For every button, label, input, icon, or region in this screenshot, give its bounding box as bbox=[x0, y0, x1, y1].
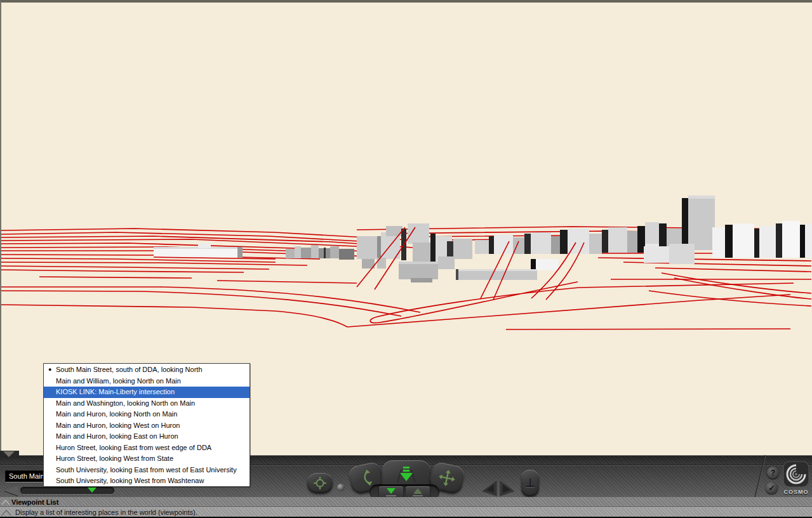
status-tooltip-text: Display a list of interesting places in … bbox=[15, 508, 197, 516]
check-icon: ✓ bbox=[768, 484, 775, 493]
viewpoint-item[interactable]: Main and William, looking North on Main bbox=[44, 376, 250, 387]
redo-move-button[interactable] bbox=[500, 480, 515, 496]
cosmo-brand-text: COSMO bbox=[781, 489, 811, 495]
viewpoint-item-highlighted[interactable]: KIOSK LINK: Main-Liberty intersection bbox=[44, 387, 250, 398]
viewpoint-item[interactable]: Huron Street, looking East from west edg… bbox=[44, 442, 250, 454]
viewpoint-item[interactable]: Main and Huron, looking East on Huron bbox=[44, 431, 250, 442]
straighten-button[interactable]: ⊥ bbox=[521, 470, 539, 496]
cosmo-logo[interactable]: COSMO bbox=[781, 461, 811, 496]
dolly-arrow-icon bbox=[396, 466, 417, 485]
viewpoint-prev-arrow[interactable] bbox=[4, 486, 18, 496]
viewpoint-item[interactable]: Main and Washington, looking North on Ma… bbox=[44, 398, 250, 409]
collapse-triangle-icon bbox=[3, 451, 15, 457]
viewpoint-item[interactable]: South University, looking East from west… bbox=[44, 465, 250, 476]
help-icon: ? bbox=[771, 468, 775, 477]
up-triangle-icon bbox=[413, 488, 422, 494]
crosshair-icon bbox=[313, 476, 327, 490]
up-bar-icon bbox=[413, 495, 423, 496]
help-button[interactable]: ? bbox=[767, 467, 779, 479]
cosmo-player-window: South Main S bbox=[0, 0, 812, 518]
hover-label-row: Viewpoint List bbox=[0, 497, 812, 507]
undo-move-button[interactable] bbox=[482, 480, 497, 496]
current-viewpoint-bullet-icon: ● bbox=[48, 364, 51, 376]
pan-arrows-icon bbox=[437, 468, 457, 488]
dashboard-collapse-tab[interactable] bbox=[0, 451, 19, 456]
straighten-icon: ⊥ bbox=[525, 476, 535, 490]
dashboard-divider bbox=[754, 455, 766, 500]
viewpoint-slider[interactable] bbox=[20, 487, 114, 494]
caret-icon bbox=[1, 509, 11, 516]
viewpoint-item[interactable]: South University, looking West from Wash… bbox=[44, 475, 250, 487]
preferences-button[interactable]: ✓ bbox=[766, 482, 778, 494]
tilt-arrows-icon bbox=[358, 468, 375, 488]
status-bar: Display a list of interesting places in … bbox=[0, 507, 812, 517]
caret-icon bbox=[1, 499, 10, 505]
viewpoint-item[interactable]: Huron Street, looking West from State bbox=[44, 453, 250, 465]
viewpoint-item[interactable]: Main and Huron, looking West on Huron bbox=[44, 420, 250, 432]
seek-button[interactable] bbox=[307, 473, 333, 493]
viewpoint-item[interactable]: Main and Huron, looking North on Main bbox=[44, 409, 250, 420]
viewpoint-slider-thumb-icon[interactable] bbox=[88, 488, 97, 493]
hover-label-text: Viewpoint List bbox=[11, 498, 58, 506]
cosmo-swirl-icon bbox=[783, 461, 809, 488]
undo-redo-group bbox=[481, 479, 516, 498]
down-bar-icon bbox=[386, 495, 396, 496]
viewpoint-list-popup: ● South Main Street, south of DDA, looki… bbox=[43, 363, 250, 487]
dashboard-ball-icon bbox=[337, 484, 345, 491]
viewpoint-item[interactable]: ● South Main Street, south of DDA, looki… bbox=[44, 364, 250, 376]
down-triangle-icon bbox=[387, 488, 396, 494]
